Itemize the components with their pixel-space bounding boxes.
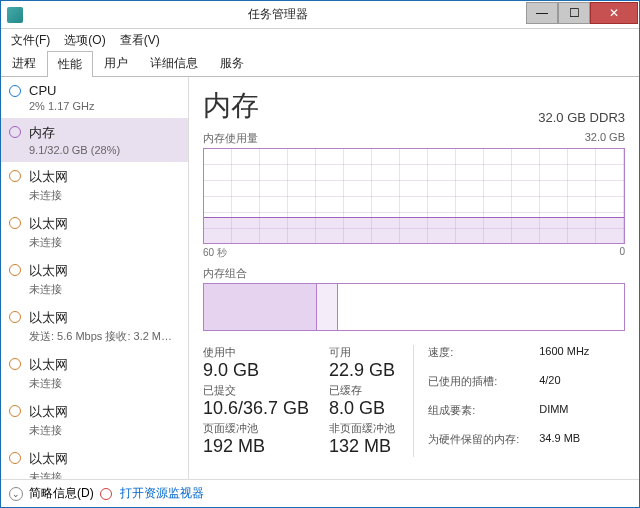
memory-usage-graph: [203, 148, 625, 244]
resource-monitor-icon: [100, 488, 112, 500]
stat-available: 22.9 GB: [329, 360, 395, 381]
ethernet-icon: [9, 264, 21, 276]
memory-composition-graph: [203, 283, 625, 331]
sidebar-item-ethernet[interactable]: 以太网未连接: [1, 444, 188, 479]
sidebar-item-ethernet[interactable]: 以太网发送: 5.6 Mbps 接收: 3.2 Mbps: [1, 303, 188, 350]
sidebar-item-label: 内存: [29, 124, 178, 142]
stat-reserved: 34.9 MB: [539, 432, 589, 457]
sidebar-item-ethernet[interactable]: 以太网未连接: [1, 162, 188, 209]
page-title: 内存: [203, 87, 259, 125]
ethernet-icon: [9, 405, 21, 417]
title-bar: 任务管理器 — ☐ ✕: [1, 1, 639, 29]
tab-processes[interactable]: 进程: [1, 50, 47, 76]
chevron-down-icon[interactable]: ⌄: [9, 487, 23, 501]
open-resource-monitor-link[interactable]: 打开资源监视器: [120, 485, 204, 502]
ethernet-icon: [9, 311, 21, 323]
ethernet-icon: [9, 358, 21, 370]
menu-bar: 文件(F) 选项(O) 查看(V): [1, 29, 639, 51]
maximize-button[interactable]: ☐: [558, 2, 590, 24]
stat-in-use: 9.0 GB: [203, 360, 309, 381]
composition-label: 内存组合: [203, 266, 625, 281]
window-controls: — ☐ ✕: [526, 1, 639, 28]
sidebar-item-label: CPU: [29, 83, 178, 98]
stat-form: DIMM: [539, 403, 589, 428]
tab-bar: 进程 性能 用户 详细信息 服务: [1, 51, 639, 77]
sidebar-item-memory[interactable]: 内存 9.1/32.0 GB (28%): [1, 118, 188, 162]
sidebar-item-sub: 2% 1.17 GHz: [29, 100, 178, 112]
x-axis-right: 0: [619, 246, 625, 260]
stats-detail: 速度:1600 MHz 已使用的插槽:4/20 组成要素:DIMM 为硬件保留的…: [413, 345, 589, 457]
memory-icon: [9, 126, 21, 138]
menu-view[interactable]: 查看(V): [114, 30, 166, 51]
stat-paged: 192 MB: [203, 436, 309, 457]
main-panel: 内存 32.0 GB DDR3 内存使用量 32.0 GB 60 秒 0 内存组…: [189, 77, 639, 479]
tab-services[interactable]: 服务: [209, 50, 255, 76]
close-button[interactable]: ✕: [590, 2, 638, 24]
window-title: 任务管理器: [29, 6, 526, 23]
usage-graph-max: 32.0 GB: [585, 131, 625, 146]
tab-performance[interactable]: 性能: [47, 51, 93, 77]
stats-block: 使用中9.0 GB 可用22.9 GB 已提交10.6/36.7 GB 已缓存8…: [203, 345, 395, 457]
app-icon: [7, 7, 23, 23]
stat-speed: 1600 MHz: [539, 345, 589, 370]
stat-nonpaged: 132 MB: [329, 436, 395, 457]
x-axis-left: 60 秒: [203, 246, 227, 260]
stat-cached: 8.0 GB: [329, 398, 395, 419]
tab-details[interactable]: 详细信息: [139, 50, 209, 76]
sidebar-item-ethernet[interactable]: 以太网未连接: [1, 256, 188, 303]
sidebar-item-sub: 9.1/32.0 GB (28%): [29, 144, 178, 156]
usage-graph-label: 内存使用量: [203, 131, 258, 146]
menu-options[interactable]: 选项(O): [58, 30, 111, 51]
sidebar-item-ethernet[interactable]: 以太网未连接: [1, 209, 188, 256]
tab-users[interactable]: 用户: [93, 50, 139, 76]
ethernet-icon: [9, 452, 21, 464]
cpu-icon: [9, 85, 21, 97]
sidebar-item-cpu[interactable]: CPU 2% 1.17 GHz: [1, 77, 188, 118]
stat-slots: 4/20: [539, 374, 589, 399]
stat-committed: 10.6/36.7 GB: [203, 398, 309, 419]
sidebar-item-ethernet[interactable]: 以太网未连接: [1, 350, 188, 397]
ethernet-icon: [9, 170, 21, 182]
sidebar-item-ethernet[interactable]: 以太网未连接: [1, 397, 188, 444]
memory-spec: 32.0 GB DDR3: [538, 110, 625, 125]
sidebar[interactable]: CPU 2% 1.17 GHz 内存 9.1/32.0 GB (28%) 以太网…: [1, 77, 189, 479]
menu-file[interactable]: 文件(F): [5, 30, 56, 51]
fewer-details-button[interactable]: 简略信息(D): [29, 485, 94, 502]
footer-bar: ⌄ 简略信息(D) 打开资源监视器: [1, 479, 639, 507]
ethernet-icon: [9, 217, 21, 229]
minimize-button[interactable]: —: [526, 2, 558, 24]
